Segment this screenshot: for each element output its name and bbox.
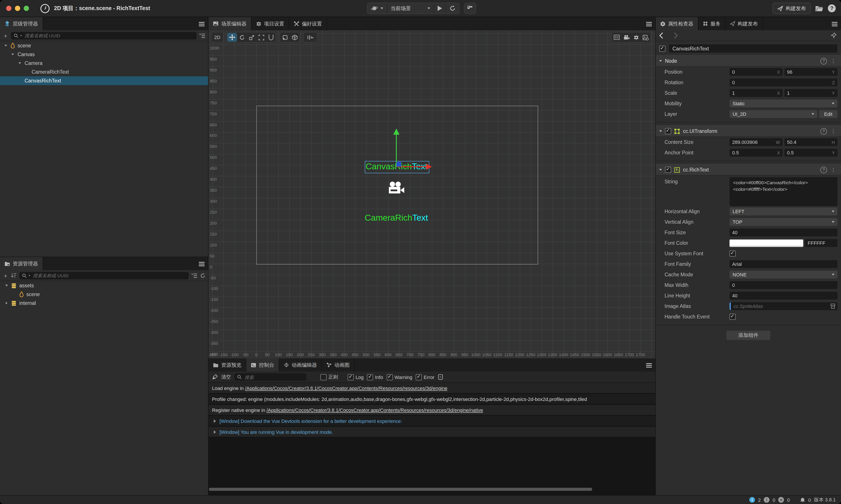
- tab-scene-editor[interactable]: 场景编辑器: [209, 17, 251, 30]
- scene-view[interactable]: 2D: [209, 30, 655, 358]
- chevron-expanded-icon[interactable]: [18, 62, 21, 64]
- position-x-input[interactable]: 0X: [730, 68, 783, 76]
- log-link[interactable]: /Applications/Cocos/Creator/3.8.1/CocosC…: [266, 407, 483, 413]
- scale-x-input[interactable]: 1X: [730, 89, 783, 97]
- log-row[interactable]: [Window] You are running Vue in developm…: [209, 427, 655, 438]
- platform-select[interactable]: [367, 3, 387, 14]
- use-system-font-checkbox[interactable]: [730, 250, 736, 257]
- font-family-input[interactable]: Arial: [730, 260, 838, 268]
- create-asset-button[interactable]: ＋: [3, 273, 8, 278]
- bell-icon[interactable]: [801, 497, 805, 502]
- tree-node-camerarichtext[interactable]: CameraRichText: [0, 68, 208, 76]
- log-checkbox[interactable]: [348, 374, 354, 380]
- log-link[interactable]: /Applications/Cocos/Creator/3.8.1/CocosC…: [245, 385, 447, 391]
- hierarchy-search-box[interactable]: [11, 32, 197, 39]
- assets-search-input[interactable]: [32, 272, 186, 278]
- tab-build[interactable]: 构建发布: [725, 17, 763, 30]
- regex-checkbox[interactable]: [320, 374, 327, 380]
- richtext-enabled-checkbox[interactable]: [665, 167, 671, 173]
- tab-assets[interactable]: 资源管理器: [0, 257, 43, 270]
- filter-list-icon[interactable]: [191, 273, 197, 278]
- camera-richtext-node[interactable]: CameraRichText: [362, 213, 431, 223]
- hierarchy-search-input[interactable]: [24, 33, 194, 39]
- uitransform-enabled-checkbox[interactable]: [665, 128, 671, 134]
- log-row[interactable]: Register native engine in /Applications/…: [209, 405, 655, 416]
- warning-count-icon[interactable]: !: [764, 497, 769, 503]
- tab-hierarchy[interactable]: 层级管理器: [0, 17, 43, 30]
- refresh-icon[interactable]: [200, 273, 206, 278]
- chevron-expanded-icon[interactable]: [4, 45, 7, 47]
- assets-menu-button[interactable]: [199, 261, 205, 267]
- search-mode-caret[interactable]: [20, 35, 22, 36]
- tab-animation-graph[interactable]: 动画图: [322, 358, 354, 372]
- help-icon[interactable]: ?: [820, 58, 827, 64]
- tree-node-scene[interactable]: scene: [0, 41, 208, 50]
- back-button[interactable]: [659, 33, 665, 39]
- asset-node-assets[interactable]: assets: [0, 281, 208, 290]
- rect-tool-button[interactable]: [256, 33, 266, 42]
- search-mode-caret[interactable]: [29, 275, 30, 276]
- create-node-button[interactable]: ＋: [3, 33, 8, 38]
- scene-panel-menu-button[interactable]: [646, 21, 652, 27]
- tab-preferences[interactable]: 偏好设置: [289, 17, 327, 30]
- help-button[interactable]: ?: [828, 4, 836, 12]
- close-window-button[interactable]: [6, 6, 12, 11]
- scale-tool-button[interactable]: [247, 33, 256, 42]
- tree-node-canvasrichtext-selected[interactable]: CanvasRichText: [0, 76, 208, 85]
- node-section-header[interactable]: Node ? ⋮: [656, 55, 841, 67]
- log-filter-group[interactable]: Log: [348, 374, 364, 380]
- filter-list-icon[interactable]: [199, 33, 206, 38]
- error-checkbox[interactable]: [416, 374, 422, 380]
- assets-search-box[interactable]: [19, 272, 189, 279]
- more-options-icon[interactable]: ⋮: [831, 58, 836, 64]
- current-scene-select[interactable]: 当前场景: [387, 3, 434, 14]
- more-options-icon[interactable]: ⋮: [831, 167, 836, 173]
- font-color-swatch[interactable]: [730, 239, 803, 247]
- log-row[interactable]: [Window] Download the Vue Devtools exten…: [209, 416, 655, 427]
- info-count-icon[interactable]: i: [749, 497, 755, 503]
- console-menu-button[interactable]: [646, 362, 652, 368]
- tab-project-settings[interactable]: 项目设置: [251, 17, 289, 30]
- handle-touch-event-checkbox[interactable]: [730, 313, 736, 320]
- build-publish-button[interactable]: 构建发布: [772, 3, 811, 14]
- rotation-z-input[interactable]: 0Z: [730, 78, 838, 86]
- node-name-input[interactable]: CanvasRichText: [669, 44, 838, 53]
- log-row[interactable]: Profile changed: engine (modules.include…: [209, 394, 655, 405]
- asset-node-scene[interactable]: scene: [0, 290, 208, 299]
- scene-camera-button[interactable]: [621, 33, 631, 42]
- tab-inspector[interactable]: 属性检查器: [656, 17, 698, 30]
- layer-edit-button[interactable]: Edit: [819, 110, 838, 118]
- inspector-menu-button[interactable]: [832, 21, 838, 27]
- clear-console-label[interactable]: 清空: [221, 374, 231, 380]
- gizmo-origin-handle[interactable]: [396, 162, 401, 167]
- gizmo-x-axis[interactable]: [397, 166, 426, 167]
- content-height-input[interactable]: 50.4H: [784, 138, 838, 146]
- restart-button[interactable]: [446, 3, 459, 14]
- info-checkbox[interactable]: [367, 374, 373, 380]
- scene-gizmo-settings-button[interactable]: [631, 33, 641, 42]
- asset-node-internal[interactable]: internal: [0, 299, 208, 307]
- minimize-window-button[interactable]: [15, 6, 20, 11]
- tab-services[interactable]: 服务: [698, 17, 725, 30]
- tree-node-canvas[interactable]: Canvas: [0, 50, 208, 59]
- chevron-collapsed-icon[interactable]: [6, 302, 7, 304]
- anchor-y-input[interactable]: 0.5Y: [784, 149, 838, 157]
- scale-y-input[interactable]: 1Y: [784, 89, 838, 97]
- help-icon[interactable]: ?: [820, 128, 827, 134]
- node-active-checkbox[interactable]: [659, 46, 665, 52]
- open-project-folder-button[interactable]: [815, 5, 823, 12]
- horizontal-scrollbar[interactable]: [209, 488, 592, 491]
- move-tool-button[interactable]: [227, 33, 237, 42]
- line-height-input[interactable]: 40: [730, 292, 838, 300]
- gizmo-pivot-button[interactable]: [280, 33, 290, 42]
- 2d-mode-button[interactable]: 2D: [211, 32, 224, 42]
- add-component-button[interactable]: 添加组件: [726, 331, 770, 340]
- hierarchy-menu-button[interactable]: [199, 21, 205, 27]
- play-button[interactable]: [434, 3, 446, 14]
- scene-display-settings-button[interactable]: [641, 33, 650, 42]
- mobility-select[interactable]: Static: [730, 100, 838, 107]
- skew-tool-button[interactable]: [266, 33, 276, 42]
- tab-asset-preview[interactable]: 资源预览: [209, 358, 246, 372]
- snap-settings-button[interactable]: [304, 33, 317, 42]
- max-width-input[interactable]: 0: [730, 281, 838, 289]
